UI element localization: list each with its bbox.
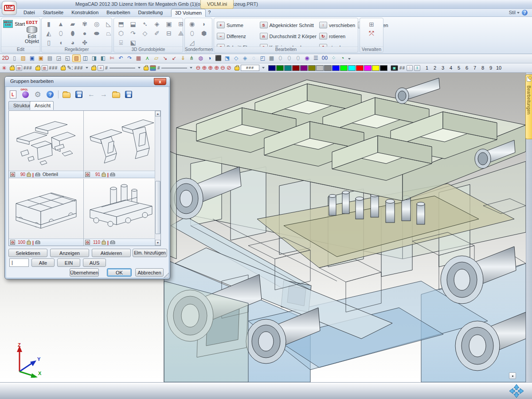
cube-trans-icon[interactable]: ◌ xyxy=(250,55,258,62)
selektieren-button[interactable]: Selektieren xyxy=(8,249,47,257)
style-label[interactable]: Stil xyxy=(509,10,516,15)
funnel-rotate-icon[interactable]: ⍌ xyxy=(116,38,126,47)
layer-value[interactable]: ### xyxy=(23,66,32,70)
undo-icon[interactable]: ↶ xyxy=(117,55,125,62)
extrude-sheet-icon[interactable]: ⬓ xyxy=(128,20,138,28)
sweep-icon[interactable]: ✤ xyxy=(79,38,90,47)
scale-field[interactable]: ### xyxy=(241,65,259,71)
color-swatch[interactable] xyxy=(340,65,348,71)
printer-icon[interactable] xyxy=(35,172,40,177)
pyramid-icon[interactable]: ◭ xyxy=(43,29,54,38)
scale-dropdown-icon[interactable] xyxy=(262,67,265,69)
opengl-button[interactable]: OPGL xyxy=(21,90,30,99)
stripes-icon[interactable]: ⫶ xyxy=(407,65,413,71)
dice-icon[interactable]: ⁘ xyxy=(329,55,338,62)
unlock-icon[interactable] xyxy=(27,240,31,245)
lock-linewidth-icon[interactable] xyxy=(144,66,149,70)
tab-struktur[interactable]: Struktur xyxy=(8,101,31,110)
menu-item[interactable]: Startseite xyxy=(39,9,67,15)
cube-shaded-icon[interactable]: ⬔ xyxy=(223,55,231,62)
prism-icon[interactable]: ▰ xyxy=(67,20,78,28)
loft-icon[interactable]: ◈ xyxy=(152,20,162,28)
zoom-out-icon[interactable]: ⊖ xyxy=(196,65,200,71)
report-button[interactable]: L xyxy=(8,90,17,99)
fig-stamp-icon[interactable]: ▦ xyxy=(134,55,143,62)
color-swatch[interactable] xyxy=(308,65,316,71)
count-icon[interactable]: 00 xyxy=(321,55,329,62)
tab-bearbeitungen[interactable]: Bearbeitungen xyxy=(525,74,532,139)
pen-dropdown-icon[interactable] xyxy=(86,67,88,69)
zoom-all-icon[interactable]: ⊘ xyxy=(227,65,231,71)
save-file-icon[interactable]: ▣ xyxy=(28,55,36,62)
anzeigen-button[interactable]: Anzeigen xyxy=(50,249,89,257)
color-swatch[interactable] xyxy=(324,65,332,71)
color-swatch[interactable] xyxy=(276,65,284,71)
sphere-icon[interactable]: ● xyxy=(79,29,90,38)
view-number-button[interactable]: 5 xyxy=(455,65,462,70)
menu-item[interactable]: Datei xyxy=(20,9,39,15)
linewidth-icon[interactable] xyxy=(150,65,156,71)
view-number-button[interactable]: 8 xyxy=(479,65,486,70)
view-number-button[interactable]: 10 xyxy=(495,65,502,70)
edit-object-button[interactable]: EDIT Edit Objekt xyxy=(23,20,40,44)
megacad-logo-icon[interactable]: MC xyxy=(2,1,17,15)
color-swatch[interactable] xyxy=(268,65,276,71)
print-icon[interactable]: ▤ xyxy=(46,55,54,62)
linetype-sample[interactable] xyxy=(110,68,135,68)
zoom-window-icon[interactable]: ⊕ xyxy=(208,65,213,71)
window-plus-icon[interactable]: ◫ xyxy=(81,55,90,62)
loft2-icon[interactable]: ◇ xyxy=(140,29,150,38)
wedge-icon[interactable]: ◺ xyxy=(103,20,114,28)
colorwheel-icon[interactable]: ◔ xyxy=(338,55,347,62)
color-swatch[interactable] xyxy=(372,65,379,71)
grid-icon[interactable]: ▦ xyxy=(267,55,276,62)
ok-button[interactable]: OK xyxy=(107,268,132,277)
sphere-color-icon[interactable]: ◍ xyxy=(196,55,205,62)
zoom-in-icon[interactable]: ⊕ xyxy=(202,65,207,71)
aktivieren-button[interactable]: Aktivieren xyxy=(92,249,131,257)
lock-group-icon[interactable] xyxy=(35,66,40,70)
sweep-path-icon[interactable]: ➴ xyxy=(140,20,150,28)
menu-item[interactable]: Bearbeiten xyxy=(102,9,134,15)
unlock-icon[interactable] xyxy=(102,240,106,245)
cylinder2-icon[interactable]: ▯ xyxy=(43,38,54,47)
view-number-button[interactable]: 7 xyxy=(471,65,478,70)
figure-icon[interactable]: ⋔ xyxy=(188,55,196,62)
ellipsoid-icon[interactable]: ⬬ xyxy=(91,29,102,38)
help-button[interactable]: ? xyxy=(46,90,55,99)
print-preview-icon[interactable]: ◲ xyxy=(55,55,63,62)
color-swatch[interactable] xyxy=(284,65,292,71)
verschieben[interactable]: ↑ verschieben xyxy=(319,20,355,31)
axis-tool-icon[interactable]: ⋏ xyxy=(143,55,152,62)
cyl3-icon[interactable]: ⬯ xyxy=(294,55,302,62)
body-bracket-icon[interactable]: ▣ xyxy=(164,20,174,28)
thumbnail-scrollbar[interactable]: ▲ ▼ xyxy=(155,111,160,246)
linewidth-sample[interactable] xyxy=(161,68,187,68)
group-value[interactable]: ### xyxy=(49,66,58,70)
save-group2-icon[interactable] xyxy=(124,90,133,99)
axis-manager-icon[interactable]: ⤱ xyxy=(366,29,377,38)
uebernehmen-button[interactable]: Übernehmen xyxy=(70,268,99,277)
window-refresh-icon[interactable]: ◨ xyxy=(90,55,98,62)
frustum-icon[interactable]: ⏢ xyxy=(103,29,114,38)
nut-extrude-icon[interactable]: ⬡ xyxy=(116,29,126,38)
purple-pad-icon[interactable]: ⬢ xyxy=(199,29,209,38)
differenz[interactable]: − Differenz xyxy=(217,31,257,42)
cube-wire-icon[interactable]: ◇ xyxy=(232,55,240,62)
group-manager-icon[interactable]: ⊞ xyxy=(366,20,377,29)
stripes2-icon[interactable]: ⫴ xyxy=(414,65,420,71)
sheet-bend-icon[interactable]: ◗ xyxy=(199,20,209,28)
view-number-button[interactable]: 1 xyxy=(423,65,430,70)
lock-pen-icon[interactable] xyxy=(61,66,66,70)
torus-icon[interactable]: ✾ xyxy=(79,20,90,28)
rod-tool-icon[interactable]: ✐ xyxy=(152,29,162,38)
pen-value[interactable]: ### xyxy=(74,66,83,70)
view-number-button[interactable]: 4 xyxy=(447,65,454,70)
window-refresh2-icon[interactable]: ◧ xyxy=(99,55,107,62)
group-cell-90[interactable]: G 90 | Oberteil xyxy=(9,111,84,178)
resize-grip[interactable] xyxy=(164,273,169,278)
thread-body-icon[interactable]: ◉ xyxy=(187,20,197,28)
extrude-box-icon[interactable]: ⬒ xyxy=(116,20,126,28)
redo-icon[interactable]: ↷ xyxy=(125,55,134,62)
cube-hidden-icon[interactable]: ◈ xyxy=(241,55,249,62)
